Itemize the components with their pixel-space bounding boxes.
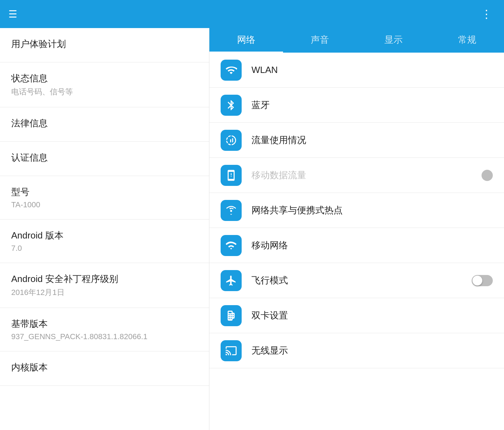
left-item-title: 型号	[11, 186, 198, 198]
left-item-title: Android 安全补丁程序级别	[11, 273, 198, 285]
left-item-4[interactable]: 型号TA-1000	[0, 176, 209, 220]
main-content: 用户体验计划状态信息电话号码、信号等法律信息认证信息型号TA-1000Andro…	[0, 28, 504, 430]
left-item-subtitle: 7.0	[11, 244, 198, 253]
left-item-7[interactable]: 基带版本937_GENNS_PACK-1.80831.1.82066.1	[0, 308, 209, 351]
dual_sim-icon	[221, 305, 242, 326]
dot-indicator-3	[482, 170, 493, 181]
tab-显示[interactable]: 显示	[357, 28, 430, 53]
left-item-subtitle: TA-1000	[11, 200, 198, 209]
settings-item-text-1: 蓝牙	[251, 99, 493, 111]
settings-item-8[interactable]: 无线显示	[209, 333, 504, 368]
hotspot-icon	[221, 200, 242, 221]
settings-item-0[interactable]: WLAN	[209, 53, 504, 88]
left-item-8[interactable]: 内核版本	[0, 351, 209, 386]
left-item-subtitle: 电话号码、信号等	[11, 87, 198, 97]
data_usage-icon	[221, 130, 242, 151]
settings-item-text-7: 双卡设置	[251, 309, 493, 322]
settings-item-text-5: 移动网络	[251, 239, 493, 251]
left-item-title: Android 版本	[11, 229, 198, 242]
left-item-subtitle: 937_GENNS_PACK-1.80831.1.82066.1	[11, 332, 198, 341]
tab-常规[interactable]: 常规	[430, 28, 504, 53]
settings-item-text-4: 网络共享与便携式热点	[251, 204, 493, 216]
left-item-0[interactable]: 用户体验计划	[0, 28, 209, 62]
settings-item-3[interactable]: 移动数据流量	[209, 158, 504, 193]
settings-item-6[interactable]: 飞行模式	[209, 263, 504, 298]
settings-item-5[interactable]: 移动网络	[209, 228, 504, 263]
left-item-5[interactable]: Android 版本7.0	[0, 220, 209, 263]
settings-item-1[interactable]: 蓝牙	[209, 88, 504, 123]
left-item-title: 内核版本	[11, 361, 198, 374]
settings-item-text-6: 飞行模式	[251, 274, 472, 287]
left-item-2[interactable]: 法律信息	[0, 107, 209, 142]
settings-item-text-8: 无线显示	[251, 344, 493, 357]
settings-item-2[interactable]: 流量使用情况	[209, 123, 504, 158]
settings-item-text-0: WLAN	[251, 65, 493, 75]
settings-item-text-2: 流量使用情况	[251, 134, 493, 146]
left-item-1[interactable]: 状态信息电话号码、信号等	[0, 62, 209, 107]
right-panel: 网络声音显示常规 WLAN蓝牙流量使用情况移动数据流量网络共享与便携式热点移动网…	[209, 28, 504, 430]
toggle-6[interactable]	[472, 275, 493, 286]
mobile_network-icon	[221, 235, 242, 256]
left-panel: 用户体验计划状态信息电话号码、信号等法律信息认证信息型号TA-1000Andro…	[0, 28, 209, 430]
settings-list: WLAN蓝牙流量使用情况移动数据流量网络共享与便携式热点移动网络飞行模式双卡设置…	[209, 53, 504, 430]
right-panel-header: ⋮	[209, 7, 504, 21]
left-item-title: 法律信息	[11, 117, 198, 129]
left-item-subtitle: 2016年12月1日	[11, 287, 198, 298]
tabs-bar: 网络声音显示常规	[209, 28, 504, 53]
left-item-6[interactable]: Android 安全补丁程序级别2016年12月1日	[0, 263, 209, 308]
wifi-icon	[221, 60, 242, 81]
settings-item-4[interactable]: 网络共享与便携式热点	[209, 193, 504, 228]
left-panel-header: ☰	[0, 8, 209, 20]
tab-声音[interactable]: 声音	[283, 28, 357, 53]
mobile_data-icon	[221, 165, 242, 186]
bluetooth-icon	[221, 95, 242, 116]
airplane-icon	[221, 270, 242, 291]
top-bar: ☰ ⋮	[0, 0, 504, 28]
left-item-title: 认证信息	[11, 152, 198, 164]
settings-item-7[interactable]: 双卡设置	[209, 298, 504, 333]
left-item-3[interactable]: 认证信息	[0, 142, 209, 176]
settings-item-text-3: 移动数据流量	[251, 169, 482, 181]
tab-网络[interactable]: 网络	[209, 28, 283, 53]
left-item-title: 用户体验计划	[11, 38, 198, 50]
left-item-title: 基带版本	[11, 318, 198, 330]
cast-icon	[221, 340, 242, 361]
more-options-icon[interactable]: ⋮	[481, 7, 493, 21]
left-item-title: 状态信息	[11, 72, 198, 85]
hamburger-icon[interactable]: ☰	[8, 8, 17, 20]
